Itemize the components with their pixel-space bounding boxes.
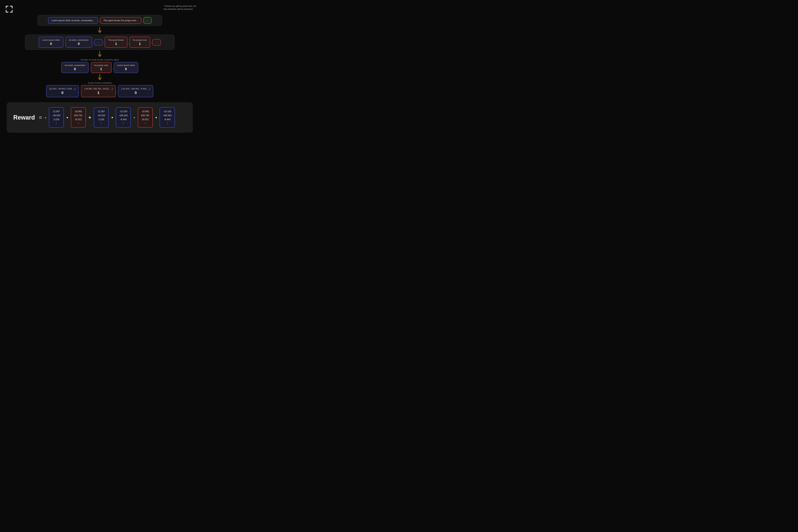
sampled-card-3: Lorem ipsum dolor 0 [114, 62, 138, 73]
second-row: Lorem ipsum dolor 0 , sit amet, consecte… [25, 35, 174, 50]
reward-card-6: -10.103-160.941-6.443⋮ [159, 107, 175, 128]
chunk-card-dots-1: .... [94, 39, 102, 45]
reward-minus1: - [45, 115, 46, 120]
reward-dot2: • [111, 115, 113, 120]
chunk-card-3: The quick brown 1 [105, 37, 127, 48]
note-text: * Chunks are split by words here, but th… [164, 5, 196, 11]
reward-card-5-vals: -16.981635.76119.021⋮ [141, 110, 150, 125]
third-row: set amet, consectetur 0 , fox jumps over… [41, 62, 158, 73]
sampled-card-2: fox jumps over 1 [91, 62, 112, 73]
sampled-card-1: set amet, consectetur 0 [61, 62, 89, 73]
reward-label: Reward [13, 114, 35, 121]
vector-card-1: [12.367, -46.933, 3.226, ...] 0 [46, 85, 79, 97]
chunk-card-4: fox jumps over 1 [130, 37, 150, 48]
embed-label: Small chunks embedded [88, 82, 112, 84]
chunk-card-dots-2: .... [152, 39, 160, 45]
reward-card-6-vals: -10.103-160.941-6.443⋮ [163, 110, 172, 125]
reward-card-5: -16.981635.76119.021⋮ [138, 107, 153, 128]
arrow-3 [97, 74, 102, 80]
reward-dot1: • [66, 115, 68, 120]
reward-card-1-vals: 12.367-46.9333.226⋮ [52, 110, 60, 125]
vector-card-3: [-10.103, -160.941, -6.443, ...] 0 [118, 85, 153, 97]
comma-1: , [99, 19, 99, 22]
chunk-pill-2: The quick brown fox jumps over... [100, 17, 141, 24]
reward-card-3: 12.367-46.9333.226⋮ [94, 107, 109, 128]
reward-card-4: -10.103-160.941-6.443⋮ [116, 107, 131, 128]
chunk-card-1: Lorem ipsum dolor 0 [39, 37, 63, 48]
sample-label: Sample of small chunks randomly taken [81, 58, 119, 61]
arrow-1 [97, 27, 102, 33]
reward-section: Reward = - 12.367-46.9333.226⋮ • -16.981… [7, 102, 193, 133]
chunk-pill-3: .... [144, 17, 151, 24]
logo-icon [5, 5, 13, 13]
reward-card-2-vals: -16.981635.76119.021⋮ [74, 110, 83, 125]
reward-minus2: - [133, 115, 135, 120]
vector-card-2: [-16.981, 635.761, 19.021, ...] 1 [81, 85, 116, 97]
reward-card-4-vals: -10.103-160.941-6.443⋮ [119, 110, 128, 125]
reward-plus: + [89, 115, 91, 120]
comma-2: , [142, 19, 143, 22]
arrow-2 [97, 51, 102, 57]
reward-card-1: 12.367-46.9333.226⋮ [49, 107, 64, 128]
fourth-row: [12.367, -46.933, 3.226, ...] 0 , [-16.9… [33, 85, 166, 97]
chunk-pill-1: Lorem ipsum dolor sit amet, consectetur.… [48, 17, 98, 24]
top-input-row: Lorem ipsum dolor sit amet, consectetur.… [37, 15, 162, 26]
reward-equals: = [39, 114, 42, 120]
reward-dot3: • [155, 115, 157, 120]
chunk-card-2: sit amet, consectetur 0 [65, 37, 92, 48]
reward-card-2: -16.981635.76119.021⋮ [71, 107, 86, 128]
reward-card-3-vals: 12.367-46.9333.226⋮ [97, 110, 105, 125]
